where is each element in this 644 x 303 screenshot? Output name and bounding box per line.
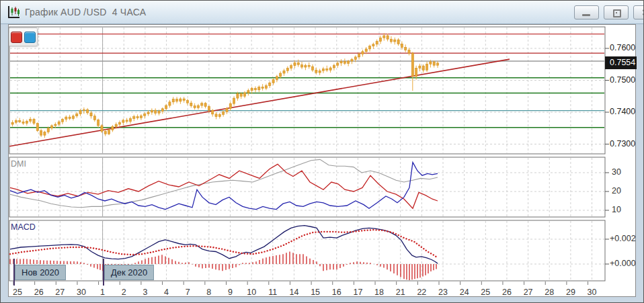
x-axis-label: 15 (311, 288, 320, 297)
candle-body (115, 124, 117, 126)
month-box: Дек 2020 (104, 265, 154, 280)
candle-body (22, 122, 24, 123)
candle-body (290, 66, 292, 69)
x-axis-label: 25 (481, 288, 490, 297)
candle-body (147, 112, 149, 114)
candle-body (419, 66, 421, 68)
candle-body (240, 93, 242, 96)
x-axis-label: 26 (502, 288, 512, 297)
candle-body (243, 93, 245, 96)
candle-body (368, 46, 370, 49)
x-axis-label: 23 (438, 288, 448, 297)
candle-body (251, 88, 253, 90)
series-legend-toolbar (9, 28, 38, 46)
candle-body (397, 40, 399, 44)
candle-body (433, 62, 435, 65)
candle-body (430, 62, 432, 64)
candle-body (83, 110, 85, 110)
candle-body (218, 114, 220, 116)
x-axis-label: 9 (228, 288, 233, 297)
candle-body (72, 116, 74, 119)
x-axis-label: 16 (332, 288, 341, 297)
blue-series-button[interactable] (24, 32, 36, 43)
candle-body (186, 100, 188, 103)
price-axis-label: 0.7500 (610, 75, 635, 85)
candle-body (258, 87, 260, 89)
candle-body (144, 114, 146, 116)
candle-body (276, 77, 278, 80)
candle-body (322, 69, 324, 71)
x-axis-label: 4 (164, 288, 169, 297)
x-axis-label: 8 (206, 288, 211, 297)
x-axis-label: 14 (289, 288, 298, 297)
x-axis-label: 1 (100, 288, 105, 297)
candle-body (129, 119, 131, 122)
dmi-axis-label: 20 (612, 186, 621, 196)
candle-body (197, 105, 199, 107)
x-axis-label: 10 (247, 288, 256, 297)
x-axis-label: 27 (524, 288, 533, 297)
x-axis-label: 18 (374, 288, 384, 297)
price-panel[interactable] (9, 27, 605, 154)
candle-body (155, 110, 157, 113)
candle-body (151, 110, 153, 112)
candle-body (254, 88, 256, 89)
price-axis-label: 0.7600 (610, 43, 635, 52)
x-axis-label: 24 (460, 288, 469, 297)
candle-body (194, 106, 196, 108)
candle-body (133, 117, 135, 119)
candle-body (30, 119, 32, 121)
candle-body (383, 36, 385, 38)
red-series-button[interactable] (11, 32, 22, 43)
candle-body (376, 42, 378, 44)
x-axis-label: 28 (545, 288, 554, 297)
candle-body (311, 67, 313, 70)
candle-body (93, 116, 95, 120)
candle-body (269, 83, 271, 85)
macd-axis-label: +0.002 (610, 234, 636, 243)
candle-body (247, 91, 249, 93)
dmi-axis-label: 30 (612, 167, 621, 177)
x-axis-label: 17 (353, 288, 362, 297)
candle-body (351, 60, 353, 61)
candle-body (340, 61, 342, 62)
chart-svg (1, 1, 643, 302)
dmi-panel[interactable] (9, 157, 605, 217)
candle-body (401, 44, 403, 47)
candle-body (126, 120, 128, 122)
candle-body (358, 54, 360, 57)
candle-body (101, 126, 103, 132)
candle-body (97, 120, 99, 126)
candle-body (294, 62, 296, 65)
x-axis-label: 30 (588, 288, 597, 297)
chart-window: График AUD /USD 4 ЧАСА 0.76000.75000.740… (0, 0, 644, 303)
candle-body (44, 132, 46, 135)
candle-body (333, 65, 335, 68)
month-box: Нов 2020 (15, 265, 66, 280)
candle-body (11, 122, 13, 124)
dmi-panel-label: DMI (11, 159, 26, 169)
candle-body (136, 117, 138, 118)
candle-body (229, 103, 231, 108)
candle-body (280, 73, 282, 77)
candle-body (272, 80, 274, 83)
candle-body (61, 119, 63, 122)
candle-body (297, 62, 299, 64)
macd-axis-label: +0.000 (610, 259, 636, 268)
candle-body (40, 131, 42, 136)
candle-body (344, 61, 346, 63)
x-axis-label: 26 (34, 288, 44, 297)
x-axis-label: 29 (566, 288, 575, 297)
candle-body (65, 117, 67, 119)
candle-body (226, 108, 228, 112)
candle-body (208, 106, 210, 110)
candle-body (76, 114, 78, 116)
candle-body (283, 71, 285, 73)
macd-panel[interactable] (9, 220, 605, 281)
candle-body (223, 112, 225, 115)
candle-body (204, 103, 206, 107)
candle-body (215, 114, 217, 117)
candle-body (408, 50, 410, 53)
candle-body (161, 109, 163, 112)
x-axis-label: 27 (55, 288, 65, 297)
